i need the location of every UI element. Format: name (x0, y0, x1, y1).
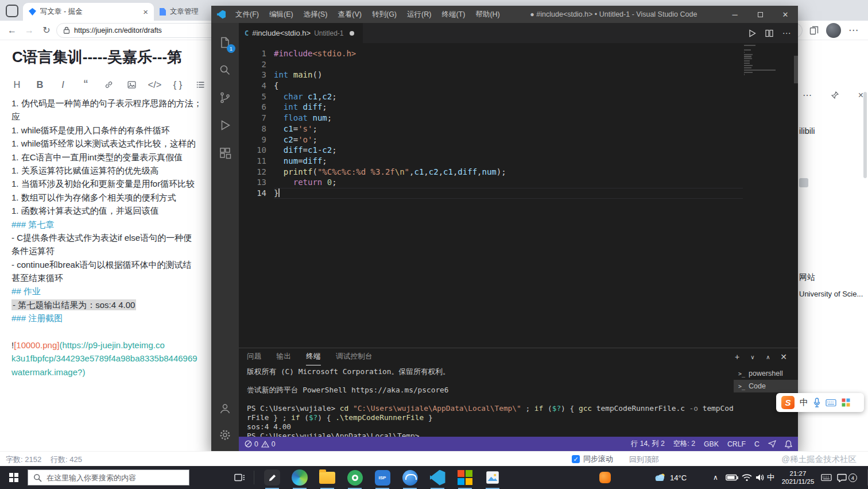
terminal-dropdown-icon[interactable]: ∨ (747, 352, 758, 362)
tray-security-app-icon[interactable] (599, 472, 611, 483)
menu-item[interactable]: 转到(G) (367, 6, 402, 23)
close-button[interactable]: ✕ (773, 6, 798, 23)
article-title[interactable]: C语言集训-----吴嘉乐---第 (12, 47, 182, 67)
panel-more-icon[interactable]: ⋯ (803, 90, 812, 101)
menu-item[interactable]: 帮助(H) (470, 6, 505, 23)
settings-gear-icon[interactable] (211, 423, 239, 446)
ime-indicator[interactable]: 中 (767, 466, 775, 489)
action-center-button[interactable]: 4 (837, 466, 857, 489)
notifications-bell-icon[interactable] (785, 440, 792, 448)
menu-item[interactable]: 文件(F) (230, 6, 264, 23)
source-control-icon[interactable] (211, 86, 239, 109)
explorer-icon[interactable]: 1 (211, 31, 239, 54)
taskbar-search[interactable] (28, 469, 189, 486)
taskbar-weather[interactable]: 14°C (653, 466, 687, 489)
mic-icon[interactable] (813, 398, 820, 407)
taskbar-explorer-icon[interactable] (313, 466, 341, 489)
italic-icon[interactable]: I (57, 80, 68, 90)
link-icon[interactable] (103, 80, 114, 90)
terminal-session-item[interactable]: >_Code (734, 380, 798, 392)
taskbar-search-input[interactable] (46, 473, 184, 482)
sync-scroll-checkbox[interactable]: ✓ (572, 455, 580, 463)
task-view-button[interactable] (227, 466, 251, 489)
bookmark-item[interactable]: ilibili (799, 126, 815, 136)
taskbar-green-app-icon[interactable] (341, 466, 369, 489)
panel-tab[interactable]: 终端 (306, 348, 321, 365)
sync-scroll-toggle[interactable]: ✓ 同步滚动 (572, 454, 613, 464)
indent-setting[interactable]: 空格: 2 (673, 439, 695, 449)
network-icon[interactable] (742, 466, 752, 489)
menu-item[interactable]: 查看(V) (332, 6, 367, 23)
taskbar-clock[interactable]: 21:27 2021/11/25 (777, 466, 819, 489)
maximize-panel-icon[interactable]: ∧ (763, 352, 773, 362)
bookmark-item[interactable]: University of Scie... (799, 290, 863, 298)
minimap[interactable] (744, 45, 793, 76)
taskbar-office-grid-icon[interactable] (451, 466, 479, 489)
close-panel-icon[interactable]: ✕ (778, 352, 789, 362)
ime-mode-label[interactable]: 中 (800, 397, 808, 408)
errors-indicator[interactable]: 0 (245, 440, 258, 448)
tab-include-stdio[interactable]: C #include<stdio.h> Untitled-1 (239, 23, 363, 43)
quote-icon[interactable]: “ (80, 78, 91, 91)
cursor-position[interactable]: 行 14, 列 2 (631, 439, 665, 449)
taskbar-photos-icon[interactable] (479, 466, 506, 489)
menu-item[interactable]: 运行(R) (402, 6, 436, 23)
image-icon[interactable] (126, 80, 137, 90)
language-mode[interactable]: C (754, 440, 760, 448)
eol-setting[interactable]: CRLF (727, 440, 746, 448)
code-content[interactable]: #include<stdio.h> int main(){ char c1,c2… (274, 43, 743, 348)
taskbar-edge-icon[interactable] (286, 466, 313, 489)
panel-tab[interactable]: 问题 (247, 348, 262, 365)
page-scrollbar[interactable] (863, 92, 867, 178)
heading-icon[interactable]: H (11, 80, 22, 90)
encoding-setting[interactable]: GBK (704, 440, 719, 448)
tab-close-icon[interactable]: × (143, 7, 148, 16)
taskbar-notes-app-icon[interactable] (258, 466, 286, 489)
browser-menu-icon[interactable]: ⋯ (848, 24, 859, 36)
terminal-session-item[interactable]: >_powershell (734, 367, 798, 380)
touch-keyboard-icon[interactable] (821, 466, 832, 489)
battery-icon[interactable] (726, 466, 738, 489)
bold-icon[interactable]: B (34, 80, 45, 90)
back-button[interactable]: ← (5, 23, 20, 38)
new-terminal-icon[interactable]: + (732, 352, 742, 362)
feedback-icon[interactable] (768, 440, 776, 448)
taskbar-vscode-icon[interactable] (424, 466, 451, 489)
start-button[interactable] (0, 466, 28, 489)
browser-tab-write-article[interactable]: 写文章 - 掘金 × (23, 3, 154, 21)
menu-item[interactable]: 终端(T) (436, 6, 470, 23)
search-icon[interactable] (211, 59, 239, 82)
list-icon[interactable] (195, 80, 206, 90)
back-to-top-link[interactable]: 回到顶部 (629, 455, 659, 465)
editor-scrollbar[interactable] (794, 43, 798, 348)
warnings-indicator[interactable]: 0 (261, 440, 276, 448)
markdown-editor[interactable]: 1. 伪代码是一种简单的句子表示程序思路的方法；应1. while循环是使用入口… (11, 97, 202, 379)
terminal-output[interactable]: 版权所有 (C) Microsoft Corporation。保留所有权利。 尝… (239, 365, 734, 437)
toolbox-grid-icon[interactable] (842, 398, 850, 407)
taskbar-blue-browser-icon[interactable] (396, 466, 424, 489)
split-editor-icon[interactable] (762, 26, 776, 40)
run-code-icon[interactable] (745, 26, 759, 40)
minimize-button[interactable]: ─ (722, 6, 747, 23)
bookmark-item[interactable]: 网站 (799, 272, 815, 283)
refresh-button[interactable]: ↻ (39, 23, 54, 38)
keyboard-icon[interactable] (826, 399, 836, 407)
code-editor[interactable]: 1234567891011121314 #include<stdio.h> in… (239, 43, 798, 348)
extensions-icon[interactable] (211, 141, 239, 164)
panel-close-icon[interactable]: × (858, 90, 863, 101)
account-icon[interactable] (211, 397, 239, 420)
menu-item[interactable]: 选择(S) (299, 6, 333, 23)
profile-avatar[interactable] (826, 23, 841, 38)
panel-tab[interactable]: 调试控制台 (336, 348, 373, 365)
tab-group-icon[interactable] (6, 5, 18, 17)
sogou-logo-icon[interactable]: S (781, 396, 795, 409)
code-block-icon[interactable]: { } (172, 80, 183, 90)
run-debug-icon[interactable] (211, 114, 239, 137)
volume-icon[interactable] (755, 466, 765, 489)
maximize-button[interactable] (747, 6, 773, 23)
forward-button[interactable]: → (22, 23, 37, 38)
menu-item[interactable]: 编辑(E) (264, 6, 299, 23)
show-hidden-icons-chevron[interactable]: ∧ (713, 466, 718, 489)
taskbar-isp-app-icon[interactable] (369, 466, 396, 489)
collections-icon[interactable] (809, 26, 819, 35)
